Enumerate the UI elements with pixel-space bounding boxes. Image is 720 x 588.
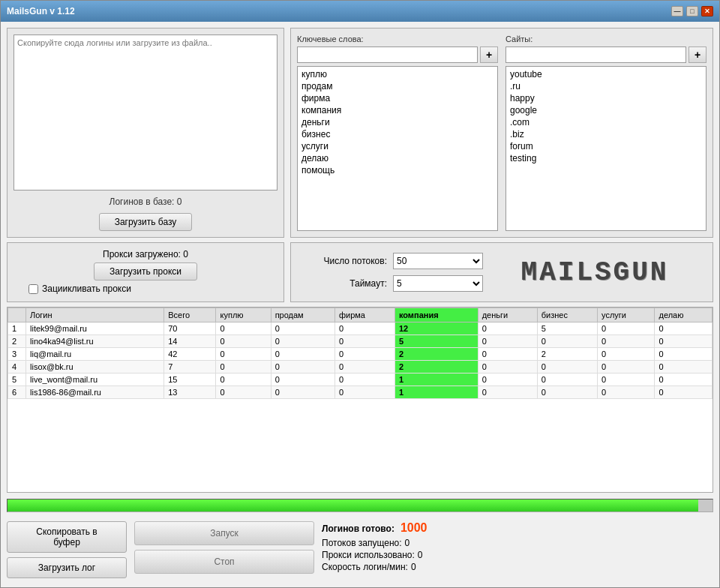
list-item[interactable]: помощь (299, 164, 496, 176)
list-item[interactable]: бизнес (299, 128, 496, 140)
titlebar-buttons: — □ ✕ (671, 6, 713, 16)
list-item[interactable]: .ru (508, 80, 704, 92)
center-buttons: Запуск Стоп (134, 521, 314, 574)
middle-row: Прокси загружено: 0 Загрузить прокси Зац… (7, 242, 713, 302)
table-row[interactable]: 4lisox@bk.ru700020000 (8, 361, 712, 374)
timeout-row: Таймаут: 5 3 10 15 30 (297, 275, 483, 292)
col-kuplu: куплю (216, 308, 271, 322)
threads-started-label: Потоков запущено: (322, 538, 402, 548)
speed-label: Скорость логин/мин: (322, 562, 408, 572)
col-uslugi: услуги (598, 308, 655, 322)
list-item[interactable]: youtube (508, 68, 704, 80)
col-num (8, 308, 26, 322)
settings-form: Число потоков: 50 10 25 100 200 Таймаут:… (297, 253, 483, 292)
bottom-left-buttons: Скопировать в буфер Загрузить лог (7, 521, 127, 578)
list-item[interactable]: продам (299, 80, 496, 92)
proxy-panel: Прокси загружено: 0 Загрузить прокси Зац… (7, 242, 284, 302)
logins-count-value: 0 (177, 196, 182, 207)
proxy-count: Прокси загружено: 0 (14, 249, 278, 260)
app-logo: MAILSGUN (521, 257, 669, 288)
list-item[interactable]: forum (508, 140, 704, 152)
keywords-sites-row: Ключевые слова: + куплюпродамфирмакомпан… (297, 34, 706, 231)
logins-count: Логинов в базе: 0 (14, 196, 278, 207)
threads-started-value: 0 (405, 538, 410, 548)
table-header-row: Логин Всего куплю продам фирма компания … (8, 308, 712, 322)
timeout-label: Таймаут: (297, 278, 387, 289)
bottom-row: Скопировать в буфер Загрузить лог Запуск… (7, 518, 713, 581)
list-item[interactable]: .com (508, 116, 704, 128)
table-row[interactable]: 3liq@mail.ru4200020200 (8, 348, 712, 361)
col-delayu: делаю (655, 308, 712, 322)
copy-to-clipboard-button[interactable]: Скопировать в буфер (7, 521, 127, 553)
table-row[interactable]: 2lino4ka94@list.ru1400050000 (8, 335, 712, 348)
list-item[interactable]: делаю (299, 152, 496, 164)
logins-textarea[interactable] (14, 34, 278, 190)
keywords-label: Ключевые слова: (297, 34, 498, 44)
window-title: MailsGun v 1.12 (7, 6, 75, 16)
stop-button[interactable]: Стоп (134, 550, 314, 574)
list-item[interactable]: фирма (299, 92, 496, 104)
logins-panel: Логинов в базе: 0 Загрузить базу (7, 28, 284, 238)
col-biznes: бизнес (537, 308, 597, 322)
progress-bar (8, 500, 698, 512)
keyword-input[interactable] (297, 46, 478, 63)
col-dengi: деньги (478, 308, 537, 322)
list-item[interactable]: .biz (508, 128, 704, 140)
col-prodam: продам (271, 308, 334, 322)
proxy-count-value: 0 (183, 249, 188, 260)
cycle-proxy-label: Зациикливать прокси (42, 284, 131, 294)
sites-list[interactable]: youtube.ruhappygoogle.com.bizforumtestin… (506, 66, 706, 231)
sites-section: Сайты: + youtube.ruhappygoogle.com.bizfo… (506, 34, 706, 231)
keyword-input-row: + (297, 46, 498, 63)
ready-label: Логинов готово: (322, 524, 394, 534)
table-row[interactable]: 5live_wont@mail.ru1500010000 (8, 374, 712, 386)
minimize-button[interactable]: — (671, 6, 683, 16)
load-db-button[interactable]: Загрузить базу (99, 213, 193, 231)
close-button[interactable]: ✕ (701, 6, 713, 16)
titlebar: MailsGun v 1.12 — □ ✕ (1, 1, 719, 22)
threads-row: Число потоков: 50 10 25 100 200 (297, 253, 483, 269)
add-keyword-button[interactable]: + (480, 46, 498, 63)
keywords-list[interactable]: куплюпродамфирмакомпанияденьгибизнесуслу… (297, 66, 498, 231)
sites-label: Сайты: (506, 34, 706, 44)
threads-select[interactable]: 50 10 25 100 200 (393, 253, 483, 269)
list-item[interactable]: деньги (299, 116, 496, 128)
table-row[interactable]: 1litek99@mail.ru70000120500 (8, 322, 712, 335)
logins-count-label: Логинов в базе: (110, 196, 175, 207)
col-firma: фирма (334, 308, 394, 322)
maximize-button[interactable]: □ (686, 6, 698, 16)
site-input[interactable] (506, 46, 686, 63)
stats-panel: Логинов готово: 1000 Потоков запущено: 0… (322, 521, 713, 572)
list-item[interactable]: google (508, 104, 704, 116)
keywords-sites-panel: Ключевые слова: + куплюпродамфирмакомпан… (290, 28, 713, 238)
threads-label: Число потоков: (297, 256, 387, 266)
col-company: компания (394, 308, 478, 322)
timeout-select[interactable]: 5 3 10 15 30 (393, 275, 483, 292)
load-log-button[interactable]: Загрузить лог (7, 557, 127, 578)
cycle-proxy-checkbox[interactable] (28, 284, 38, 294)
col-total: Всего (164, 308, 216, 322)
logo-area: MAILSGUN (483, 257, 706, 288)
proxy-used-value: 0 (418, 550, 423, 560)
main-content: Логинов в базе: 0 Загрузить базу Ключевы… (1, 22, 719, 587)
list-item[interactable]: happy (508, 92, 704, 104)
keywords-section: Ключевые слова: + куплюпродамфирмакомпан… (297, 34, 498, 231)
ready-value: 1000 (400, 521, 428, 535)
top-row: Логинов в базе: 0 Загрузить базу Ключевы… (7, 28, 713, 238)
start-button[interactable]: Запуск (134, 521, 314, 545)
table-row[interactable]: 6lis1986-86@mail.ru1300010000 (8, 386, 712, 399)
data-table-container[interactable]: Логин Всего куплю продам фирма компания … (7, 307, 713, 493)
list-item[interactable]: услуги (299, 140, 496, 152)
results-table: Логин Всего куплю продам фирма компания … (8, 308, 712, 399)
add-site-button[interactable]: + (688, 46, 706, 63)
list-item[interactable]: testing (508, 152, 704, 164)
list-item[interactable]: компания (299, 104, 496, 116)
load-proxy-button[interactable]: Загрузить прокси (94, 262, 197, 280)
proxy-used-label: Прокси использовано: (322, 550, 415, 560)
main-window: MailsGun v 1.12 — □ ✕ Логинов в базе: 0 … (0, 0, 720, 588)
list-item[interactable]: куплю (299, 68, 496, 80)
proxy-cycle-row: Зациикливать прокси (28, 284, 278, 294)
proxy-count-label: Прокси загружено: (103, 249, 181, 260)
col-login: Логин (26, 308, 164, 322)
settings-panel: Число потоков: 50 10 25 100 200 Таймаут:… (290, 242, 713, 302)
